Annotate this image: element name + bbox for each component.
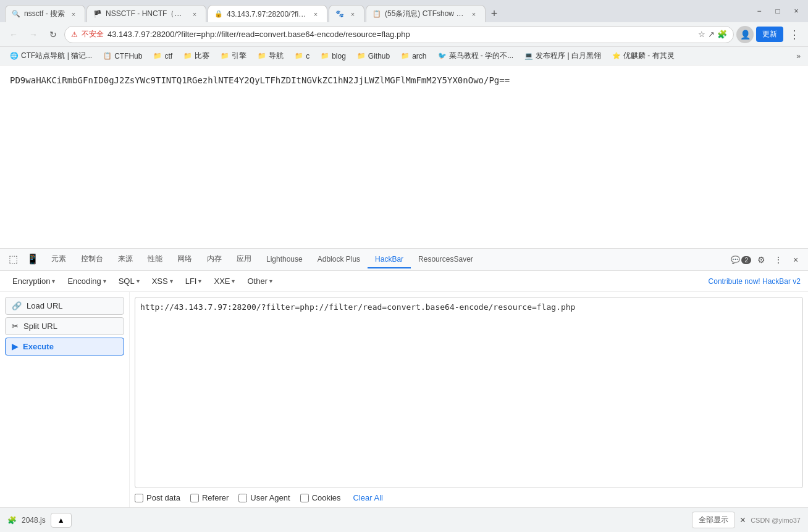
hackbar-menu-encoding[interactable]: Encoding▾ bbox=[62, 275, 111, 288]
bookmark-item[interactable]: 📁比赛 bbox=[179, 49, 214, 62]
update-button[interactable]: 更新 bbox=[756, 27, 783, 42]
bookmark-item[interactable]: 📋CTFHub bbox=[98, 51, 147, 62]
hackbar-menu-encryption[interactable]: Encryption▾ bbox=[7, 275, 60, 288]
navigation-bar: ← → ↻ ⚠ 不安全 43.143.7.97:28200/?filter=ph… bbox=[0, 22, 808, 47]
browser-tab[interactable]: 🔒 43.143.7.97:28200/?filte... × bbox=[208, 5, 327, 22]
bookmark-item[interactable]: 📁Github bbox=[352, 51, 395, 62]
devtools-tab-应用[interactable]: 应用 bbox=[229, 250, 259, 269]
post-data-option[interactable]: Post data bbox=[135, 493, 180, 502]
show-all-button[interactable]: ▲ bbox=[51, 513, 72, 528]
reload-button[interactable]: ↻ bbox=[44, 26, 62, 43]
browser-menu-button[interactable]: ⋮ bbox=[786, 26, 803, 43]
close-window-button[interactable]: × bbox=[789, 4, 803, 18]
bookmark-item[interactable]: 📁c bbox=[290, 51, 314, 62]
devtools-tab-hackbar[interactable]: HackBar bbox=[368, 251, 411, 268]
bookmark-item[interactable]: 📁引擎 bbox=[216, 49, 251, 62]
devtools-tab-元素[interactable]: 元素 bbox=[44, 250, 74, 269]
minimize-button[interactable]: − bbox=[752, 4, 766, 18]
bookmark-item[interactable]: ⭐优麒麟 - 有其灵 bbox=[607, 49, 680, 62]
referer-option[interactable]: Referer bbox=[190, 493, 229, 502]
back-button[interactable]: ← bbox=[5, 26, 22, 43]
more-bookmarks-button[interactable]: » bbox=[794, 51, 803, 62]
devtools-device-icon[interactable]: 📱 bbox=[23, 252, 43, 267]
devtools-tab-resourcessaver[interactable]: ResourcesSaver bbox=[411, 251, 481, 268]
browser-tab[interactable]: 🔍 nssctf - 搜索 × bbox=[5, 5, 85, 22]
share-icon[interactable]: ↗ bbox=[708, 30, 715, 39]
show-all-text-button[interactable]: 全部显示 bbox=[692, 512, 735, 528]
address-bar[interactable]: ⚠ 不安全 43.143.7.97:28200/?filter=php://fi… bbox=[64, 26, 734, 43]
url-input[interactable] bbox=[135, 297, 803, 488]
hackbar-menu-label: XSS bbox=[152, 276, 168, 286]
address-text: 43.143.7.97:28200/?filter=php://filter/r… bbox=[107, 30, 694, 39]
bookmark-item[interactable]: 📁导航 bbox=[253, 49, 288, 62]
hackbar-menu-xss[interactable]: XSS▾ bbox=[147, 275, 178, 288]
hackbar-menu-label: Other bbox=[247, 276, 267, 286]
bookmark-star-icon[interactable]: ☆ bbox=[698, 30, 705, 39]
bookmark-item[interactable]: 📁ctf bbox=[148, 51, 177, 62]
clear-all-button[interactable]: Clear All bbox=[353, 493, 383, 502]
bookmark-item[interactable]: 🌐CTF站点导航 | 猫记... bbox=[5, 49, 97, 62]
hackbar-menu-sql[interactable]: SQL▾ bbox=[114, 275, 145, 288]
bookmark-label: c bbox=[306, 52, 309, 60]
tab-close-button[interactable]: × bbox=[69, 9, 78, 19]
cookies-option[interactable]: Cookies bbox=[300, 493, 341, 502]
tab-favicon: 🏴 bbox=[93, 10, 102, 18]
new-tab-button[interactable]: + bbox=[486, 5, 503, 22]
close-status-button[interactable]: × bbox=[740, 515, 746, 526]
execute-button[interactable]: ▶ Execute bbox=[5, 338, 124, 355]
hackbar-options: Post data Referer User Agent Cookies C bbox=[135, 493, 803, 502]
browser-tab[interactable]: 📋 (55条消息) CTFshow we... × bbox=[366, 5, 486, 22]
bookmark-icon: 📁 bbox=[295, 52, 303, 60]
cookies-checkbox[interactable] bbox=[300, 494, 309, 502]
post-data-checkbox[interactable] bbox=[135, 494, 143, 502]
profile-icon[interactable]: 👤 bbox=[736, 26, 754, 43]
devtools-more-button[interactable]: ⋮ bbox=[771, 252, 786, 267]
user-agent-option[interactable]: User Agent bbox=[238, 493, 290, 502]
bookmark-icon: 📁 bbox=[221, 52, 229, 60]
browser-tab[interactable]: 🐾 × bbox=[329, 5, 364, 22]
devtools-settings-button[interactable]: ⚙ bbox=[754, 252, 768, 267]
devtools-tab-内存[interactable]: 内存 bbox=[200, 250, 229, 269]
load-url-button[interactable]: 🔗 Load URL bbox=[5, 297, 124, 315]
hackbar-menu-lfi[interactable]: LFI▾ bbox=[180, 275, 207, 288]
tab-favicon: 🐾 bbox=[335, 10, 344, 18]
devtools-tab-bar: ⬚ 📱 元素控制台来源性能网络内存应用LighthouseAdblock Plu… bbox=[0, 249, 808, 271]
devtools-tab-来源[interactable]: 来源 bbox=[111, 250, 140, 269]
execute-label: Execute bbox=[23, 342, 54, 351]
bookmark-item[interactable]: 📁blog bbox=[316, 51, 351, 62]
hackbar-body: 🔗 Load URL ✂ Split URL ▶ Execute bbox=[0, 292, 808, 507]
hackbar-menu-xxe[interactable]: XXE▾ bbox=[209, 275, 240, 288]
bookmark-item[interactable]: 📁arch bbox=[396, 51, 431, 62]
dropdown-arrow-icon: ▾ bbox=[269, 278, 272, 285]
tab-close-button[interactable]: × bbox=[190, 9, 200, 19]
devtools-tab-网络[interactable]: 网络 bbox=[170, 250, 200, 269]
tab-close-button[interactable]: × bbox=[469, 9, 479, 19]
browser-tab[interactable]: 🏴 NSSCTF - HNCTF（萌新... × bbox=[86, 5, 206, 22]
bookmark-item[interactable]: 🐦菜鸟教程 - 学的不... bbox=[433, 49, 519, 62]
devtools-tab-控制台[interactable]: 控制台 bbox=[74, 250, 111, 269]
hackbar-menu-other[interactable]: Other▾ bbox=[242, 275, 277, 288]
status-bar: 🧩 2048.js ▲ 全部显示 × CSDN @yimo37 bbox=[0, 507, 808, 532]
devtools-tab-adblock-plus[interactable]: Adblock Plus bbox=[310, 251, 368, 268]
devtools-tab-lighthouse[interactable]: Lighthouse bbox=[259, 251, 310, 268]
dropdown-arrow-icon: ▾ bbox=[170, 278, 173, 285]
split-url-button[interactable]: ✂ Split URL bbox=[5, 317, 124, 335]
referer-label: Referer bbox=[202, 493, 229, 502]
contribute-link[interactable]: Contribute now! HackBar v2 bbox=[709, 277, 801, 286]
extension-icon[interactable]: 🧩 bbox=[717, 30, 727, 39]
devtools-inspect-icon[interactable]: ⬚ bbox=[5, 252, 22, 267]
maximize-button[interactable]: □ bbox=[771, 4, 785, 18]
message-icon: 💬2 bbox=[731, 256, 751, 264]
bookmark-icon: 📁 bbox=[153, 52, 162, 60]
bookmark-item[interactable]: 💻发布程序 | 白月黑翎 bbox=[520, 49, 606, 62]
page-content: PD9waHAKCiRmbGFnID0gJ2ZsYWc9TINTQ1RGezhl… bbox=[0, 65, 808, 273]
tab-close-button[interactable]: × bbox=[311, 9, 321, 19]
user-agent-checkbox[interactable] bbox=[238, 494, 247, 502]
forward-button[interactable]: → bbox=[25, 26, 42, 43]
address-actions: ☆ ↗ 🧩 bbox=[698, 30, 727, 39]
devtools-tab-性能[interactable]: 性能 bbox=[140, 250, 170, 269]
referer-checkbox[interactable] bbox=[190, 494, 199, 502]
bookmark-icon: 📁 bbox=[183, 52, 192, 60]
tab-close-button[interactable]: × bbox=[348, 9, 358, 19]
devtools-close-button[interactable]: × bbox=[788, 252, 803, 267]
